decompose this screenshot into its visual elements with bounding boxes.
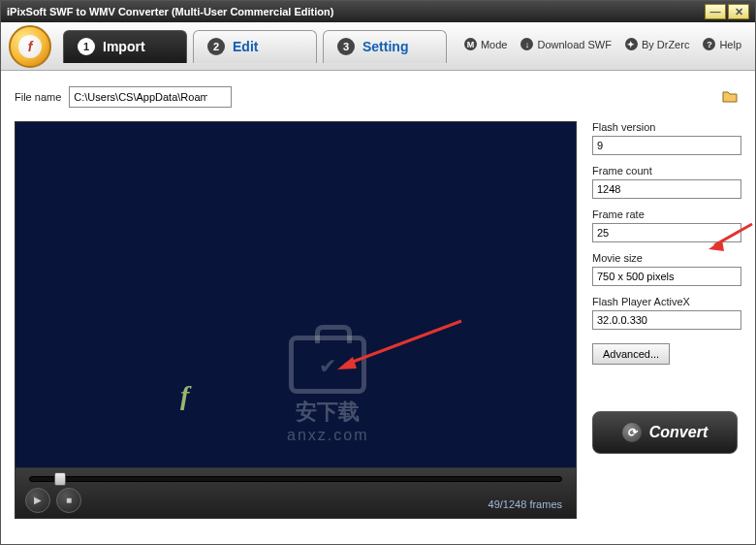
tab-setting[interactable]: 3 Setting (323, 30, 447, 63)
info-column: Flash version Frame count Frame rate Mov… (592, 121, 741, 519)
preview-column: f 安下载 anxz.com ▶ ■ 49/1248 frames (15, 121, 577, 519)
app-logo: f (9, 25, 51, 68)
download-swf-link[interactable]: ↓Download SWF (520, 38, 611, 50)
tab-label: Import (103, 39, 145, 54)
help-icon: ? (703, 38, 715, 50)
browse-icon[interactable] (722, 89, 738, 103)
field-frame-count: Frame count (592, 165, 741, 199)
flash-f-icon: f (180, 380, 189, 411)
frame-rate-input[interactable] (592, 223, 741, 242)
convert-button[interactable]: ⟳ Convert (592, 411, 738, 454)
tabs: 1 Import 2 Edit 3 Setting (63, 30, 447, 63)
help-link[interactable]: ?Help (703, 38, 741, 50)
field-activex: Flash Player ActiveX (592, 296, 741, 330)
download-icon: ↓ (520, 38, 533, 50)
activex-label: Flash Player ActiveX (592, 296, 741, 307)
mode-icon: M (464, 38, 477, 50)
movie-size-label: Movie size (592, 252, 741, 264)
tab-number: 2 (207, 38, 225, 55)
field-flash-version: Flash version (592, 121, 741, 155)
window-title: iPixSoft SWF to WMV Converter (Multi-Use… (7, 6, 703, 17)
frame-count-input[interactable] (592, 179, 741, 199)
flash-icon: f (18, 35, 42, 58)
main: f 安下载 anxz.com ▶ ■ 49/1248 frames (15, 121, 741, 519)
menu-links: MMode ↓Download SWF ✦By DrZerc ?Help (464, 38, 741, 50)
flash-version-label: Flash version (592, 121, 741, 133)
watermark: 安下载 anxz.com (287, 336, 368, 444)
file-row: File name (15, 86, 741, 108)
titlebar: iPixSoft SWF to WMV Converter (Multi-Use… (1, 1, 755, 22)
field-frame-rate: Frame rate (592, 208, 741, 242)
convert-label: Convert (649, 424, 708, 441)
play-button[interactable]: ▶ (25, 488, 50, 513)
frame-rate-label: Frame rate (592, 208, 741, 220)
tab-number: 3 (337, 38, 355, 55)
tab-number: 1 (78, 38, 95, 55)
tab-import[interactable]: 1 Import (63, 30, 187, 63)
playback-controls: ▶ ■ 49/1248 frames (15, 468, 577, 519)
frame-counter: 49/1248 frames (488, 498, 562, 510)
close-button[interactable]: ✕ (728, 4, 749, 19)
seek-slider[interactable] (29, 476, 562, 482)
mode-link[interactable]: MMode (464, 38, 508, 50)
frame-count-label: Frame count (592, 165, 741, 176)
tab-edit[interactable]: 2 Edit (193, 30, 317, 63)
body: File name f 安下载 anxz.com (1, 71, 755, 530)
minimize-button[interactable]: — (705, 4, 726, 19)
tab-label: Edit (233, 39, 258, 54)
file-name-label: File name (15, 91, 61, 103)
by-author-link[interactable]: ✦By DrZerc (625, 38, 690, 50)
field-movie-size: Movie size (592, 252, 741, 286)
author-icon: ✦ (625, 38, 638, 50)
advanced-button[interactable]: Advanced... (592, 343, 670, 365)
activex-input[interactable] (592, 310, 741, 330)
seek-thumb[interactable] (54, 472, 66, 486)
tab-label: Setting (362, 39, 408, 54)
file-name-input[interactable] (69, 86, 232, 108)
flash-version-input[interactable] (592, 136, 741, 155)
convert-icon: ⟳ (622, 423, 642, 442)
header: f 1 Import 2 Edit 3 Setting MMode ↓Downl… (1, 22, 755, 71)
stop-button[interactable]: ■ (56, 488, 81, 513)
flash-preview: f 安下载 anxz.com (15, 121, 577, 468)
app-window: iPixSoft SWF to WMV Converter (Multi-Use… (0, 0, 756, 545)
movie-size-input[interactable] (592, 267, 741, 286)
